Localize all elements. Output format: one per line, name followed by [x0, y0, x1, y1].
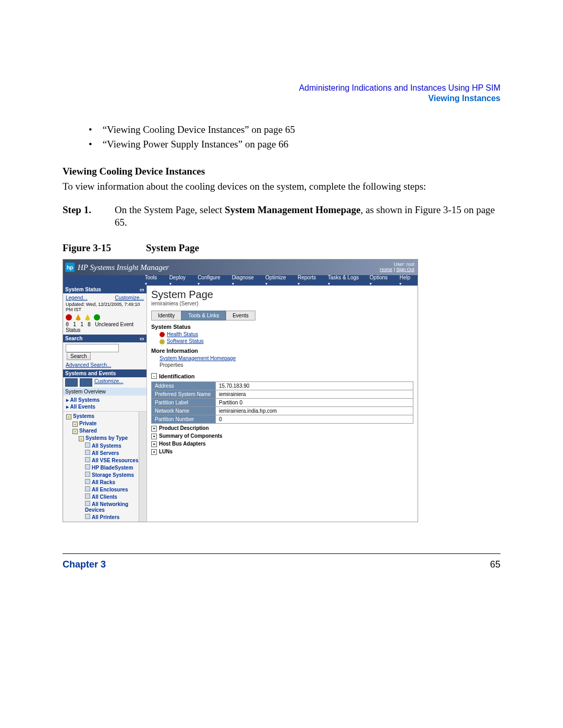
smh-link[interactable]: System Management Homepage	[160, 355, 413, 361]
collapse-icon[interactable]: ▭	[140, 336, 144, 341]
software-status-link[interactable]: Software Status	[160, 338, 413, 344]
tree-leaf[interactable]: All Racks	[84, 478, 144, 486]
sidebar-scrollbar[interactable]	[139, 412, 146, 522]
home-link[interactable]: Home	[380, 267, 393, 272]
tree-private[interactable]: -Private	[71, 420, 144, 427]
critical-icon	[66, 314, 72, 320]
panel-search-header: Search ▭	[63, 335, 146, 342]
tree-all-events[interactable]: ▸ All Events	[65, 403, 144, 410]
system-overview-item[interactable]: System Overview	[63, 388, 146, 396]
table-row: Partition Number0	[152, 415, 413, 423]
customize-link[interactable]: Customize...	[115, 295, 144, 301]
table-row: Partition LabelPartition 0	[152, 398, 413, 406]
collapse-icon[interactable]: -	[151, 373, 157, 379]
legend-link[interactable]: Legend...	[66, 295, 88, 301]
expand-luns[interactable]: +LUNs	[151, 449, 413, 455]
section-heading: Viewing Cooling Device Instances	[63, 166, 500, 177]
figure-caption: Figure 3-15 System Page	[63, 242, 500, 254]
folder-icon	[85, 486, 90, 491]
tree-leaf[interactable]: All VSE Resources	[84, 456, 144, 464]
tree-leaf[interactable]: All Clients	[84, 493, 144, 500]
tree-leaf[interactable]: All Networking Devices	[84, 500, 144, 513]
menu-reports[interactable]: Reports	[292, 275, 323, 286]
expand-icon: +	[151, 434, 157, 439]
tree-shared[interactable]: -Shared	[71, 427, 144, 435]
table-row: Preferred System Nameiemirainiera	[152, 390, 413, 398]
panel-systems-events-header: Systems and Events	[63, 369, 146, 377]
info-icon	[160, 339, 165, 344]
mini-button-2[interactable]	[80, 378, 92, 387]
expand-icon: +	[151, 426, 157, 431]
health-status-link[interactable]: Health Status	[160, 331, 413, 337]
bullet-text: “Viewing Cooling Device Instances” on pa…	[103, 124, 295, 135]
step-text: On the System Page, select System Manage…	[115, 204, 500, 229]
app-title: HP Systems Insight Manager	[78, 263, 169, 272]
folder-icon	[85, 442, 90, 448]
search-input[interactable]	[66, 344, 119, 352]
figure-label: Figure 3-15	[63, 242, 146, 254]
running-header: Administering Indications and Instances …	[63, 83, 500, 103]
header-section-title: Viewing Instances	[63, 94, 500, 103]
menu-tools[interactable]: Tools	[140, 275, 164, 286]
bullet-item: • “Viewing Cooling Device Instances” on …	[89, 124, 500, 135]
folder-icon	[85, 493, 90, 499]
tree-leaf[interactable]: All Enclosures	[84, 486, 144, 493]
tree-systems-by-type[interactable]: -Systems by Type	[78, 435, 144, 442]
screenshot-system-page: hp HP Systems Insight Manager User: root…	[63, 259, 418, 522]
figure-title: System Page	[146, 242, 199, 254]
page-subtitle: iemirainiera (Server)	[151, 301, 413, 306]
tabs: Identity Tools & Links Events	[151, 311, 413, 320]
page-title: System Page	[151, 289, 413, 301]
tab-tools-links[interactable]: Tools & Links	[181, 311, 226, 320]
menu-help[interactable]: Help	[394, 275, 418, 286]
mini-button-1[interactable]	[65, 378, 78, 387]
minor-icon	[84, 314, 91, 320]
advanced-search-link[interactable]: Advanced Search...	[66, 362, 144, 368]
tree-systems[interactable]: -Systems	[65, 413, 144, 420]
folder-icon	[85, 514, 90, 519]
folder-icon	[85, 501, 90, 506]
chapter-label: Chapter 3	[63, 559, 106, 570]
table-row: Address15.70.183.90	[152, 381, 413, 390]
tree-leaf[interactable]: Storage Systems	[84, 471, 144, 478]
folder-icon	[85, 472, 90, 477]
menu-tasks-logs[interactable]: Tasks & Logs	[323, 275, 364, 286]
tab-events[interactable]: Events	[226, 311, 255, 320]
tree-all-systems[interactable]: ▸ All Systems	[65, 397, 144, 403]
bullet-dot-icon: •	[89, 139, 92, 150]
expand-host-bus-adapters[interactable]: +Host Bus Adapters	[151, 441, 413, 447]
tab-identity[interactable]: Identity	[151, 311, 181, 320]
page-footer: Chapter 3 65	[63, 553, 500, 570]
menu-deploy[interactable]: Deploy	[164, 275, 192, 286]
expand-icon: +	[151, 441, 157, 447]
updated-timestamp: Updated: Wed, 12/21/2005, 7:49:10 PM IST	[66, 302, 144, 312]
tree-leaf[interactable]: HP BladeSystem	[84, 464, 144, 471]
table-row: Network Nameiemirainiera.india.hp.com	[152, 406, 413, 415]
expand-summary-components[interactable]: +Summary of Components	[151, 433, 413, 439]
section-body: To view information about the cooling de…	[63, 180, 500, 193]
tree-leaf[interactable]: All Systems	[84, 442, 144, 449]
sidebar: System Status ▭ Legend... Customize... U…	[63, 286, 147, 522]
folder-icon	[85, 479, 90, 484]
step-1: Step 1. On the System Page, select Syste…	[63, 204, 500, 229]
menu-configure[interactable]: Configure	[192, 275, 226, 286]
bullet-dot-icon: •	[89, 124, 92, 135]
identification-table: Address15.70.183.90 Preferred System Nam…	[151, 381, 413, 424]
folder-icon	[85, 450, 90, 455]
search-button[interactable]: Search	[67, 352, 91, 360]
customize-link[interactable]: Customize...	[94, 378, 124, 387]
section-system-status: System Status	[151, 324, 413, 330]
collapse-icon[interactable]: ▭	[140, 287, 144, 292]
tree-leaf[interactable]: All Servers	[84, 449, 144, 456]
menu-options[interactable]: Options	[364, 275, 394, 286]
menu-optimize[interactable]: Optimize	[260, 275, 292, 286]
critical-icon	[160, 332, 165, 337]
properties-link[interactable]: Properties	[160, 362, 413, 368]
page-number: 65	[490, 559, 500, 570]
tree-leaf[interactable]: All Printers	[84, 513, 144, 521]
signout-link[interactable]: Sign Out	[396, 267, 414, 272]
expand-product-description[interactable]: +Product Description	[151, 425, 413, 431]
menu-diagnose[interactable]: Diagnose	[227, 275, 260, 286]
identification-header[interactable]: - Identification	[151, 373, 413, 379]
status-counts: 0118Uncleared Event Status	[66, 322, 144, 333]
